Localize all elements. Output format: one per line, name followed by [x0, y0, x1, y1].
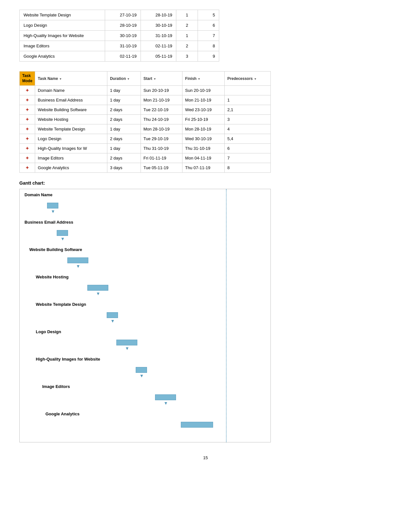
col-finish: Finish — [182, 72, 225, 86]
id-cell: 9 — [198, 51, 219, 62]
gantt-task-label: Website Hosting — [36, 275, 69, 279]
duration-cell: 1 — [176, 10, 198, 20]
mode-icon-cell: ✦ — [20, 105, 35, 115]
start-cell: Tue 05-11-19 — [141, 163, 182, 173]
gantt-bar — [67, 257, 88, 263]
task-name-cell: Website Template Design — [20, 10, 105, 20]
gantt-bar — [57, 230, 68, 236]
gantt-arrow: ▼ — [111, 318, 115, 324]
start-cell: Fri 01-11-19 — [141, 153, 182, 163]
finish-cell: Thu 07-11-19 — [182, 163, 225, 173]
start-cell: 28-10-19 — [105, 20, 141, 31]
task-row: ✦ Website Hosting 2 days Thu 24-10-19 Fr… — [20, 115, 271, 124]
task-name-cell: Website Template Design — [35, 124, 107, 134]
gantt-row: Image Editors▼ — [20, 384, 270, 402]
start-cell: Thu 24-10-19 — [141, 115, 182, 124]
start-cell: 31-10-19 — [105, 41, 141, 51]
duration-cell: 1 day — [107, 144, 141, 153]
duration-cell: 2 days — [107, 134, 141, 144]
mode-icon-cell: ✦ — [20, 124, 35, 134]
finish-cell: Fri 25-10-19 — [182, 115, 225, 124]
task-row: ✦ Google Analytics 3 days Tue 05-11-19 T… — [20, 163, 271, 173]
table-row: Logo Design 28-10-19 30-10-19 2 6 — [20, 20, 219, 31]
start-cell: Tue 22-10-19 — [141, 105, 182, 115]
gantt-task-label: Business Email Address — [24, 220, 73, 225]
id-cell: 8 — [198, 41, 219, 51]
gantt-task-label: High-Quality Images for Website — [36, 357, 100, 362]
finish-cell: 30-10-19 — [141, 20, 176, 31]
gantt-bar — [136, 367, 147, 373]
task-row: ✦ Image Editors 2 days Fri 01-11-19 Mon … — [20, 153, 271, 163]
mode-icon-cell: ✦ — [20, 115, 35, 124]
task-row: ✦ High-Quality Images for W 1 day Thu 31… — [20, 144, 271, 153]
gantt-arrow: ▼ — [51, 209, 55, 214]
pred-sort[interactable] — [254, 76, 257, 81]
task-name-cell: Domain Name — [35, 86, 107, 95]
finish-cell: Thu 31-10-19 — [182, 144, 225, 153]
task-name-cell: Business Email Address — [35, 95, 107, 105]
finish-cell: Mon 04-11-19 — [182, 153, 225, 163]
task-name-cell: Website Hosting — [35, 115, 107, 124]
finish-cell: 05-11-19 — [141, 51, 176, 62]
start-cell: 27-10-19 — [105, 10, 141, 20]
duration-cell: 1 day — [107, 95, 141, 105]
finish-cell: Wed 30-10-19 — [182, 134, 225, 144]
duration-cell: 2 — [176, 41, 198, 51]
start-cell: Thu 31-10-19 — [141, 144, 182, 153]
duration-cell: 2 days — [107, 153, 141, 163]
pred-cell: 5,4 — [225, 134, 271, 144]
id-cell: 7 — [198, 31, 219, 41]
gantt-task-label: Image Editors — [42, 384, 70, 389]
task-name-cell: Website Building Software — [35, 105, 107, 115]
finish-cell: 02-11-19 — [141, 41, 176, 51]
duration-cell: 2 — [176, 20, 198, 31]
gantt-arrow: ▼ — [164, 401, 168, 406]
gantt-arrow: ▼ — [96, 291, 101, 296]
table-row: Image Editors 31-10-19 02-11-19 2 8 — [20, 41, 219, 51]
start-cell: Tue 29-10-19 — [141, 134, 182, 144]
table-row: Website Template Design 27-10-19 28-10-1… — [20, 10, 219, 20]
gantt-container: Domain Name▼Business Email Address▼Websi… — [19, 189, 271, 442]
task-name-sort[interactable] — [59, 76, 62, 81]
page-number: 15 — [19, 455, 392, 460]
start-sort[interactable] — [153, 76, 156, 81]
gantt-task-label: Website Building Software — [29, 247, 82, 252]
start-cell: Mon 28-10-19 — [141, 124, 182, 134]
duration-cell: 1 — [176, 31, 198, 41]
task-name-cell: Google Analytics — [20, 51, 105, 62]
task-name-cell: Google Analytics — [35, 163, 107, 173]
finish-cell: 28-10-19 — [141, 10, 176, 20]
gantt-arrow: ▼ — [125, 346, 130, 351]
gantt-arrow: ▼ — [61, 236, 65, 241]
gantt-row: High-Quality Images for Website▼ — [20, 357, 270, 374]
start-cell: Sun 20-10-19 — [141, 86, 182, 95]
mode-icon-cell: ✦ — [20, 95, 35, 105]
duration-sort[interactable] — [127, 76, 130, 81]
finish-sort[interactable] — [198, 76, 201, 81]
simple-top-table: Website Template Design 27-10-19 28-10-1… — [19, 10, 219, 62]
mode-icon-cell: ✦ — [20, 163, 35, 173]
col-duration: Duration — [107, 72, 141, 86]
gantt-task-label: Google Analytics — [45, 411, 80, 416]
gantt-row: Domain Name▼ — [20, 192, 270, 210]
duration-cell: 1 day — [107, 86, 141, 95]
task-row: ✦ Website Building Software 2 days Tue 2… — [20, 105, 271, 115]
finish-cell: Wed 23-10-19 — [182, 105, 225, 115]
task-name-cell: High-Quality Images for W — [35, 144, 107, 153]
mode-icon-cell: ✦ — [20, 153, 35, 163]
task-row: ✦ Logo Design 2 days Tue 29-10-19 Wed 30… — [20, 134, 271, 144]
duration-cell: 2 days — [107, 105, 141, 115]
task-row: ✦ Domain Name 1 day Sun 20-10-19 Sun 20-… — [20, 86, 271, 95]
table-row: Google Analytics 02-11-19 05-11-19 3 9 — [20, 51, 219, 62]
gantt-row: Business Email Address▼ — [20, 220, 270, 237]
gantt-title: Gantt chart: — [19, 180, 392, 186]
start-cell: 30-10-19 — [105, 31, 141, 41]
gantt-bar — [155, 394, 176, 400]
pred-cell: 4 — [225, 124, 271, 134]
duration-cell: 3 days — [107, 163, 141, 173]
table-row: High-Quality Images for Website 30-10-19… — [20, 31, 219, 41]
task-table: Task Mode Task Name Duration Start Finis… — [19, 71, 271, 173]
gantt-arrow: ▼ — [76, 264, 81, 269]
pred-cell: 1 — [225, 95, 271, 105]
gantt-bar — [87, 285, 108, 291]
